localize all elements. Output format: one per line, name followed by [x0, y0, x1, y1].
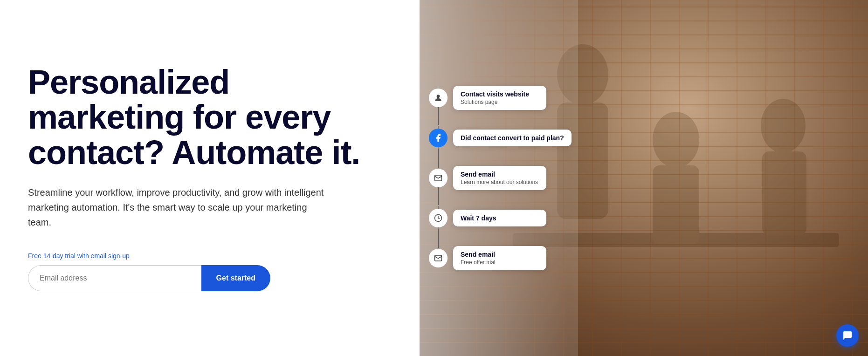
trial-label: Free 14-day trial with email sign-up [28, 252, 392, 260]
hero-left-panel: Personalized marketing for every contact… [0, 0, 420, 356]
cta-form: Get started [28, 265, 270, 291]
flow-line-1 [438, 106, 439, 125]
flow-card-3-sub: Learn more about our solutions [461, 179, 539, 185]
flow-card-1-sub: Solutions page [461, 99, 539, 105]
svg-rect-6 [762, 151, 806, 235]
svg-rect-4 [653, 165, 699, 245]
flow-spacer-3 [429, 190, 578, 209]
flow-spacer-2 [429, 147, 578, 166]
flow-spacer-4 [429, 227, 578, 246]
email-input[interactable] [28, 265, 201, 291]
flow-card-3-title: Send email [461, 171, 539, 178]
flow-card-4: Wait 7 days [453, 210, 546, 226]
flow-line-3 [438, 186, 439, 205]
flow-line-4 [438, 229, 439, 248]
flow-card-1: Contact visits website Solutions page [453, 86, 546, 110]
flow-item-3: Send email Learn more about our solution… [429, 166, 578, 190]
flow-card-5-sub: Free offer trial [461, 259, 539, 266]
svg-point-5 [761, 99, 806, 153]
flow-card-1-title: Contact visits website [461, 90, 539, 98]
hero-right-panel: Contact visits website Solutions page Di… [420, 0, 868, 356]
flow-card-2-title: Did contact convert to paid plan? [461, 134, 564, 142]
flow-item-5: Send email Free offer trial [429, 246, 578, 270]
flow-icon-person [429, 89, 448, 107]
flow-line-2 [438, 149, 439, 168]
svg-point-3 [653, 112, 699, 168]
flow-icon-facebook [429, 129, 448, 147]
flow-card-4-title: Wait 7 days [461, 214, 539, 222]
flow-card-3: Send email Learn more about our solution… [453, 166, 546, 190]
flow-item-4: Wait 7 days [429, 209, 578, 227]
get-started-button[interactable]: Get started [201, 265, 270, 291]
automation-flow: Contact visits website Solutions page Di… [420, 0, 578, 356]
flow-item-2: Did contact convert to paid plan? [429, 129, 578, 147]
hero-subtext: Streamline your workflow, improve produc… [28, 185, 326, 230]
flow-spacer-1 [429, 110, 578, 129]
svg-point-7 [437, 95, 440, 98]
flow-card-2: Did contact convert to paid plan? [453, 130, 572, 146]
flow-icon-clock [429, 209, 448, 227]
flow-icon-email-1 [429, 169, 448, 187]
flow-card-5: Send email Free offer trial [453, 246, 546, 270]
hero-headline: Personalized marketing for every contact… [28, 65, 392, 171]
flow-card-5-title: Send email [461, 251, 539, 258]
flow-item-1: Contact visits website Solutions page [429, 86, 578, 110]
flow-icon-email-2 [429, 249, 448, 267]
chat-button[interactable] [836, 324, 859, 347]
